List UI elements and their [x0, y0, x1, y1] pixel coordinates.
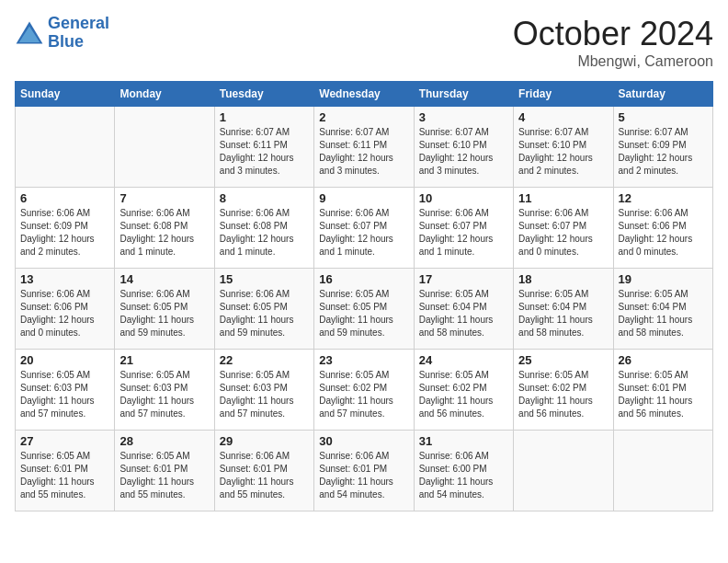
calendar-cell: 29Sunrise: 6:06 AM Sunset: 6:01 PM Dayli… — [214, 431, 313, 511]
day-number: 10 — [419, 191, 508, 205]
day-info: Sunrise: 6:05 AM Sunset: 6:01 PM Dayligh… — [20, 450, 109, 501]
day-number: 12 — [619, 191, 708, 205]
day-number: 1 — [220, 110, 309, 124]
calendar-cell: 1Sunrise: 6:07 AM Sunset: 6:11 PM Daylig… — [214, 107, 313, 188]
calendar-cell: 20Sunrise: 6:05 AM Sunset: 6:03 PM Dayli… — [16, 350, 115, 431]
day-info: Sunrise: 6:06 AM Sunset: 6:08 PM Dayligh… — [220, 207, 309, 259]
calendar-cell — [115, 107, 214, 188]
day-number: 30 — [319, 434, 408, 448]
logo-icon — [15, 20, 44, 46]
day-info: Sunrise: 6:07 AM Sunset: 6:11 PM Dayligh… — [319, 126, 408, 178]
calendar-cell: 15Sunrise: 6:06 AM Sunset: 6:05 PM Dayli… — [214, 269, 313, 350]
day-info: Sunrise: 6:06 AM Sunset: 6:05 PM Dayligh… — [220, 288, 309, 339]
day-number: 17 — [419, 272, 508, 286]
calendar-cell: 22Sunrise: 6:05 AM Sunset: 6:03 PM Dayli… — [214, 350, 313, 431]
day-number: 3 — [419, 110, 508, 124]
logo: General Blue — [15, 15, 109, 52]
day-info: Sunrise: 6:05 AM Sunset: 6:04 PM Dayligh… — [518, 288, 608, 339]
calendar-cell: 30Sunrise: 6:06 AM Sunset: 6:01 PM Dayli… — [314, 431, 414, 511]
calendar-cell: 23Sunrise: 6:05 AM Sunset: 6:02 PM Dayli… — [314, 350, 414, 431]
calendar-cell: 7Sunrise: 6:06 AM Sunset: 6:08 PM Daylig… — [115, 188, 214, 269]
day-info: Sunrise: 6:06 AM Sunset: 6:06 PM Dayligh… — [619, 207, 708, 259]
day-info: Sunrise: 6:05 AM Sunset: 6:02 PM Dayligh… — [419, 369, 508, 420]
calendar-cell: 31Sunrise: 6:06 AM Sunset: 6:00 PM Dayli… — [414, 431, 513, 511]
calendar-cell: 21Sunrise: 6:05 AM Sunset: 6:03 PM Dayli… — [115, 350, 214, 431]
calendar-cell: 18Sunrise: 6:05 AM Sunset: 6:04 PM Dayli… — [514, 269, 613, 350]
page-header: General Blue October 2024 Mbengwi, Camer… — [15, 15, 713, 70]
day-info: Sunrise: 6:07 AM Sunset: 6:10 PM Dayligh… — [419, 126, 508, 178]
day-info: Sunrise: 6:05 AM Sunset: 6:04 PM Dayligh… — [619, 288, 708, 339]
day-info: Sunrise: 6:07 AM Sunset: 6:11 PM Dayligh… — [220, 126, 309, 178]
day-number: 4 — [518, 110, 608, 124]
day-number: 19 — [619, 272, 708, 286]
calendar-cell: 14Sunrise: 6:06 AM Sunset: 6:05 PM Dayli… — [115, 269, 214, 350]
day-info: Sunrise: 6:06 AM Sunset: 6:01 PM Dayligh… — [319, 450, 408, 501]
day-info: Sunrise: 6:06 AM Sunset: 6:07 PM Dayligh… — [319, 207, 408, 259]
day-info: Sunrise: 6:05 AM Sunset: 6:02 PM Dayligh… — [319, 369, 408, 420]
calendar-cell: 19Sunrise: 6:05 AM Sunset: 6:04 PM Dayli… — [613, 269, 712, 350]
day-number: 11 — [518, 191, 608, 205]
weekday-header-row: SundayMondayTuesdayWednesdayThursdayFrid… — [16, 82, 713, 107]
day-info: Sunrise: 6:05 AM Sunset: 6:03 PM Dayligh… — [119, 369, 209, 420]
logo-line1: General — [48, 14, 109, 32]
day-number: 20 — [20, 353, 109, 367]
calendar-week-4: 20Sunrise: 6:05 AM Sunset: 6:03 PM Dayli… — [16, 350, 713, 431]
weekday-header-sunday: Sunday — [16, 82, 115, 107]
weekday-header-tuesday: Tuesday — [214, 82, 313, 107]
day-number: 16 — [319, 272, 408, 286]
day-number: 27 — [20, 434, 109, 448]
calendar-table: SundayMondayTuesdayWednesdayThursdayFrid… — [15, 81, 713, 511]
calendar-cell: 28Sunrise: 6:05 AM Sunset: 6:01 PM Dayli… — [115, 431, 214, 511]
day-info: Sunrise: 6:05 AM Sunset: 6:01 PM Dayligh… — [619, 369, 708, 420]
calendar-week-1: 1Sunrise: 6:07 AM Sunset: 6:11 PM Daylig… — [16, 107, 713, 188]
calendar-cell: 9Sunrise: 6:06 AM Sunset: 6:07 PM Daylig… — [314, 188, 414, 269]
title-block: October 2024 Mbengwi, Cameroon — [513, 15, 713, 70]
day-number: 23 — [319, 353, 408, 367]
day-info: Sunrise: 6:06 AM Sunset: 6:09 PM Dayligh… — [20, 207, 109, 259]
day-info: Sunrise: 6:05 AM Sunset: 6:03 PM Dayligh… — [20, 369, 109, 420]
day-info: Sunrise: 6:05 AM Sunset: 6:03 PM Dayligh… — [220, 369, 309, 420]
calendar-cell: 16Sunrise: 6:05 AM Sunset: 6:05 PM Dayli… — [314, 269, 414, 350]
calendar-cell: 5Sunrise: 6:07 AM Sunset: 6:09 PM Daylig… — [613, 107, 712, 188]
page-subtitle: Mbengwi, Cameroon — [513, 53, 713, 70]
day-number: 26 — [619, 353, 708, 367]
calendar-cell: 2Sunrise: 6:07 AM Sunset: 6:11 PM Daylig… — [314, 107, 414, 188]
calendar-cell: 4Sunrise: 6:07 AM Sunset: 6:10 PM Daylig… — [514, 107, 613, 188]
calendar-cell — [613, 431, 712, 511]
day-info: Sunrise: 6:06 AM Sunset: 6:07 PM Dayligh… — [419, 207, 508, 259]
calendar-cell: 17Sunrise: 6:05 AM Sunset: 6:04 PM Dayli… — [414, 269, 513, 350]
day-info: Sunrise: 6:06 AM Sunset: 6:07 PM Dayligh… — [518, 207, 608, 259]
weekday-header-saturday: Saturday — [613, 82, 712, 107]
logo-line2: Blue — [48, 32, 84, 51]
weekday-header-monday: Monday — [115, 82, 214, 107]
day-number: 13 — [20, 272, 109, 286]
calendar-week-5: 27Sunrise: 6:05 AM Sunset: 6:01 PM Dayli… — [16, 431, 713, 511]
day-number: 29 — [220, 434, 309, 448]
page-title: October 2024 — [513, 15, 713, 53]
calendar-cell: 6Sunrise: 6:06 AM Sunset: 6:09 PM Daylig… — [16, 188, 115, 269]
calendar-cell: 13Sunrise: 6:06 AM Sunset: 6:06 PM Dayli… — [16, 269, 115, 350]
day-number: 5 — [619, 110, 708, 124]
calendar-cell: 26Sunrise: 6:05 AM Sunset: 6:01 PM Dayli… — [613, 350, 712, 431]
day-number: 28 — [119, 434, 209, 448]
day-info: Sunrise: 6:07 AM Sunset: 6:09 PM Dayligh… — [619, 126, 708, 178]
calendar-cell: 3Sunrise: 6:07 AM Sunset: 6:10 PM Daylig… — [414, 107, 513, 188]
day-number: 18 — [518, 272, 608, 286]
day-info: Sunrise: 6:06 AM Sunset: 6:06 PM Dayligh… — [20, 288, 109, 339]
day-info: Sunrise: 6:05 AM Sunset: 6:05 PM Dayligh… — [319, 288, 408, 339]
calendar-cell: 10Sunrise: 6:06 AM Sunset: 6:07 PM Dayli… — [414, 188, 513, 269]
weekday-header-wednesday: Wednesday — [314, 82, 414, 107]
day-number: 8 — [220, 191, 309, 205]
day-info: Sunrise: 6:06 AM Sunset: 6:00 PM Dayligh… — [419, 450, 508, 501]
calendar-week-3: 13Sunrise: 6:06 AM Sunset: 6:06 PM Dayli… — [16, 269, 713, 350]
calendar-cell: 25Sunrise: 6:05 AM Sunset: 6:02 PM Dayli… — [514, 350, 613, 431]
day-info: Sunrise: 6:05 AM Sunset: 6:04 PM Dayligh… — [419, 288, 508, 339]
day-number: 31 — [419, 434, 508, 448]
day-info: Sunrise: 6:06 AM Sunset: 6:01 PM Dayligh… — [220, 450, 309, 501]
calendar-cell: 12Sunrise: 6:06 AM Sunset: 6:06 PM Dayli… — [613, 188, 712, 269]
day-number: 22 — [220, 353, 309, 367]
day-number: 2 — [319, 110, 408, 124]
day-number: 7 — [119, 191, 209, 205]
weekday-header-thursday: Thursday — [414, 82, 513, 107]
day-info: Sunrise: 6:06 AM Sunset: 6:08 PM Dayligh… — [119, 207, 209, 259]
